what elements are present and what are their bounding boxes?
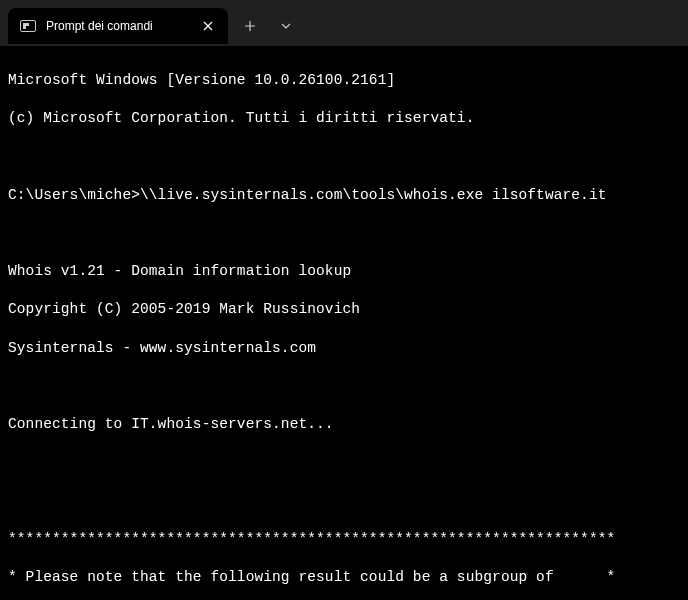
- output-line: (c) Microsoft Corporation. Tutti i dirit…: [8, 109, 680, 128]
- output-line: Whois v1.21 - Domain information lookup: [8, 262, 680, 281]
- output-line: [8, 148, 680, 167]
- output-line: Sysinternals - www.sysinternals.com: [8, 339, 680, 358]
- tab-actions: [234, 8, 302, 44]
- dropdown-button[interactable]: [270, 10, 302, 42]
- output-line: [8, 224, 680, 243]
- close-icon[interactable]: [198, 16, 218, 36]
- output-line: * Please note that the following result …: [8, 568, 680, 587]
- terminal-icon: [20, 20, 36, 32]
- new-tab-button[interactable]: [234, 10, 266, 42]
- output-line: Copyright (C) 2005-2019 Mark Russinovich: [8, 300, 680, 319]
- prompt-line: C:\Users\miche>\\live.sysinternals.com\t…: [8, 186, 680, 205]
- tab-title: Prompt dei comandi: [46, 19, 188, 33]
- terminal-output[interactable]: Microsoft Windows [Versione 10.0.26100.2…: [0, 46, 688, 600]
- tab-active[interactable]: Prompt dei comandi: [8, 8, 228, 44]
- output-line: [8, 453, 680, 472]
- output-line: Microsoft Windows [Versione 10.0.26100.2…: [8, 71, 680, 90]
- output-line: [8, 491, 680, 510]
- titlebar: Prompt dei comandi: [0, 0, 688, 46]
- output-line: [8, 377, 680, 396]
- output-line: ****************************************…: [8, 530, 680, 549]
- output-line: Connecting to IT.whois-servers.net...: [8, 415, 680, 434]
